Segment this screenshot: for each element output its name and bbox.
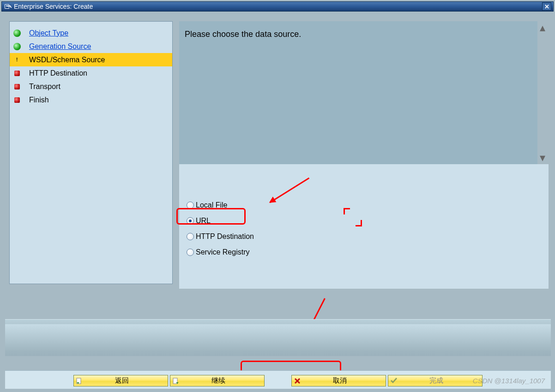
radio-label: URL [196,217,211,225]
wizard-step-2: WSDL/Schema Source [10,53,172,66]
status-yellow-icon [13,56,21,64]
wizard-step-4: Transport [10,80,172,93]
page-next-icon [171,376,181,386]
radio-label: HTTP Destination [196,232,254,241]
scroll-up-icon[interactable]: ▴ [540,21,545,34]
title-bar: Enterprise Services: Create ✕ [1,1,554,12]
radio-label: Local File [196,201,227,209]
wizard-steps-panel: Object TypeGeneration SourceWSDL/Schema … [9,21,173,284]
page-back-icon [74,376,84,386]
radio-label: Service Registry [196,248,249,256]
status-green-icon [13,30,21,37]
radio-option-service-registry[interactable]: Service Registry [185,244,254,260]
status-green-icon [13,43,21,50]
finish-icon [389,376,399,386]
status-red-icon [13,83,21,90]
wizard-step-3: HTTP Destination [10,66,172,80]
finish-button: 完成 [388,375,483,386]
radio-button-icon[interactable] [187,233,194,240]
wizard-button-bar: 返回 继续 取消 完成 [5,370,551,389]
instruction-panel: Please choose the data source. [179,21,537,164]
radio-option-url[interactable]: URL [185,213,254,229]
wizard-step-label: HTTP Destination [29,69,87,77]
radio-option-http-destination[interactable]: HTTP Destination [185,229,254,244]
window-title: Enterprise Services: Create [14,3,93,10]
wizard-step-label[interactable]: Generation Source [29,42,91,51]
wizard-step-label: WSDL/Schema Source [29,56,105,64]
instruction-scrollbar[interactable]: ▴ ▾ [536,21,549,164]
status-red-icon [13,70,21,77]
scroll-down-icon[interactable]: ▾ [540,151,545,164]
options-panel: Local FileURLHTTP DestinationService Reg… [179,164,549,289]
cancel-icon [292,376,302,386]
continue-button[interactable]: 继续 [170,375,265,386]
wizard-step-1[interactable]: Generation Source [10,40,172,53]
wizard-step-label[interactable]: Object Type [29,29,68,37]
instruction-text: Please choose the data source. [179,21,537,48]
svg-marker-6 [391,378,397,383]
back-button[interactable]: 返回 [73,375,168,386]
radio-button-icon[interactable] [187,202,194,209]
app-icon [4,3,11,10]
wizard-step-5: Finish [10,93,172,107]
status-red-icon [13,96,21,104]
wizard-step-label: Finish [29,96,49,104]
wizard-step-label: Transport [29,83,60,91]
close-button[interactable]: ✕ [542,2,551,11]
wizard-step-0[interactable]: Object Type [10,26,172,40]
cancel-button[interactable]: 取消 [291,375,386,386]
radio-option-local-file[interactable]: Local File [185,197,254,213]
radio-button-icon[interactable] [187,249,194,256]
radio-button-icon[interactable] [187,217,194,225]
decorative-stripe [5,319,551,356]
